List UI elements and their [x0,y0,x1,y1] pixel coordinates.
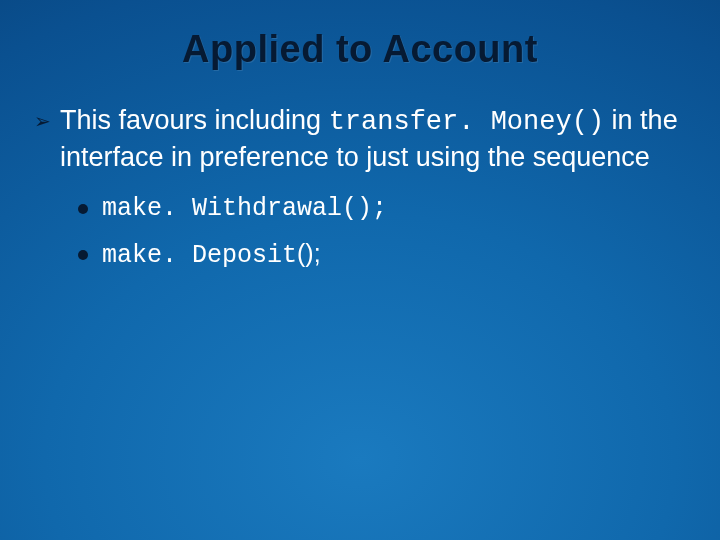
sub-code-2: make. Deposit(); [102,239,321,270]
main-code: transfer. Money() [329,107,604,137]
list-item: make. Withdrawal(); [78,194,680,223]
bullet-dot-icon [78,204,88,214]
arrow-right-icon: ➢ [32,107,52,135]
main-bullet: ➢ This favours including transfer. Money… [32,103,680,174]
slide-title: Applied to Account [40,28,680,71]
sub-code-2a: make. Deposit [102,241,297,270]
bullet-dot-icon [78,250,88,260]
list-item: make. Deposit(); [78,239,680,270]
sub-code-1: make. Withdrawal(); [102,194,387,223]
sub-bullet-list: make. Withdrawal(); make. Deposit(); [78,194,680,270]
sub-code-2b: (); [297,239,321,267]
main-pre: This favours including [60,105,329,135]
main-bullet-text: This favours including transfer. Money()… [60,103,680,174]
